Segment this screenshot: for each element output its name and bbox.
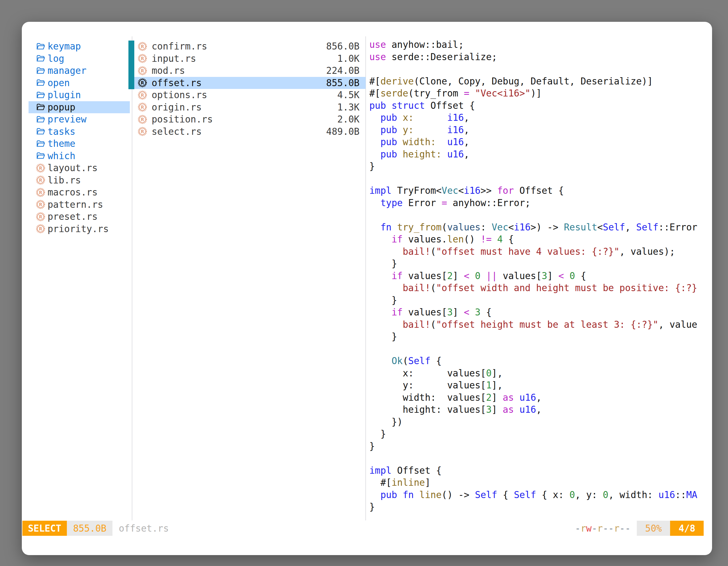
rust-icon: R: [138, 90, 147, 100]
sidebar-item-label: popup: [48, 102, 75, 113]
pane-separator-left: [132, 36, 132, 520]
sidebar-item-tasks[interactable]: tasks: [29, 126, 130, 138]
sidebar-item-lib-rs[interactable]: Rlib.rs: [29, 174, 130, 187]
folder-open-icon: [36, 151, 45, 161]
file-row-position-rs[interactable]: Rposition.rs2.0K: [134, 113, 366, 126]
svg-text:R: R: [39, 202, 42, 207]
sidebar-item-macros-rs[interactable]: Rmacros.rs: [29, 186, 130, 199]
file-size: 856.0B: [326, 41, 360, 52]
rust-icon: R: [36, 175, 45, 185]
sidebar-item-plugin[interactable]: plugin: [29, 89, 130, 101]
rust-icon: R: [138, 127, 147, 136]
code-line: use serde::Deserialize;: [369, 51, 712, 63]
file-row-options-rs[interactable]: Roptions.rs4.5K: [134, 89, 366, 101]
file-row-select-rs[interactable]: Rselect.rs489.0B: [134, 126, 366, 138]
code-line: [369, 209, 712, 221]
current-pane: Rconfirm.rs856.0BRinput.rs1.0KRmod.rs224…: [134, 40, 366, 138]
code-line: }: [369, 330, 712, 343]
rust-icon: R: [36, 224, 45, 234]
code-line: Ok(Self {: [369, 355, 712, 367]
file-row-confirm-rs[interactable]: Rconfirm.rs856.0B: [134, 40, 366, 53]
file-size: 489.0B: [326, 126, 360, 137]
rust-icon: R: [36, 200, 45, 209]
preview-pane: use anyhow::bail;use serde::Deserialize;…: [369, 39, 712, 541]
folder-open-icon: [36, 54, 45, 63]
file-row-offset-rs[interactable]: Roffset.rs855.0B: [134, 77, 366, 89]
folder-open-icon: [36, 127, 45, 136]
rust-icon: R: [138, 78, 147, 88]
code-line: #[inline]: [369, 476, 712, 489]
code-line: pub fn line() -> Self { Self { x: 0, y: …: [369, 489, 712, 501]
sidebar-item-label: tasks: [48, 126, 75, 137]
svg-text:R: R: [141, 81, 144, 86]
sidebar-item-label: open: [48, 78, 70, 88]
status-cursor-position: 4/8: [670, 521, 704, 536]
sidebar-item-keymap[interactable]: keymap: [29, 40, 130, 53]
code-line: }: [369, 428, 712, 440]
file-row-origin-rs[interactable]: Rorigin.rs1.3K: [134, 101, 366, 114]
svg-text:R: R: [141, 68, 144, 73]
code-line: pub height: u16,: [369, 148, 712, 161]
svg-text:R: R: [39, 178, 42, 183]
file-name: input.rs: [152, 53, 196, 64]
file-size: 224.0B: [326, 65, 360, 76]
code-line: [369, 343, 712, 355]
rust-icon: R: [138, 102, 147, 112]
sidebar-item-label: preview: [48, 114, 86, 125]
sidebar-item-pattern-rs[interactable]: Rpattern.rs: [29, 199, 130, 211]
sidebar-item-label: lib.rs: [48, 175, 81, 186]
rust-icon: R: [36, 212, 45, 222]
file-name: mod.rs: [152, 65, 185, 76]
file-size: 1.0K: [337, 53, 360, 64]
sidebar-item-open[interactable]: open: [29, 77, 130, 89]
code-line: y: values[1],: [369, 379, 712, 391]
file-size: 1.3K: [337, 102, 360, 113]
code-line: width: values[2] as u16,: [369, 391, 712, 404]
rust-icon: R: [138, 42, 147, 51]
parent-pane: keymaplogmanageropenpluginpopuppreviewta…: [29, 40, 130, 235]
file-row-mod-rs[interactable]: Rmod.rs224.0B: [134, 65, 366, 77]
code-line: }: [369, 501, 712, 513]
code-line: bail!("offset height must be at least 3:…: [369, 318, 712, 331]
sidebar-item-layout-rs[interactable]: Rlayout.rs: [29, 162, 130, 174]
sidebar-item-label: layout.rs: [48, 163, 98, 173]
rust-icon: R: [36, 188, 45, 197]
status-file-size: 855.0B: [67, 521, 112, 536]
file-name: confirm.rs: [152, 41, 207, 52]
sidebar-item-theme[interactable]: theme: [29, 138, 130, 150]
rust-icon: R: [138, 66, 147, 76]
folder-open-icon: [36, 42, 45, 51]
sidebar-item-label: log: [48, 53, 64, 64]
code-line: bail!("offset width and height must be p…: [369, 282, 712, 294]
status-permissions: -rw-r--r--: [575, 521, 631, 536]
svg-text:R: R: [141, 93, 144, 98]
code-line: }: [369, 440, 712, 452]
code-line: bail!("offset must have 4 values: {:?}",…: [369, 246, 712, 258]
file-name: origin.rs: [152, 102, 202, 113]
sidebar-item-label: which: [48, 151, 75, 161]
code-line: [369, 63, 712, 75]
code-line: [369, 173, 712, 185]
folder-open-icon: [36, 102, 45, 112]
sidebar-item-preset-rs[interactable]: Rpreset.rs: [29, 211, 130, 223]
code-line: height: values[3] as u16,: [369, 403, 712, 416]
code-line: fn try_from(values: Vec<i16>) -> Result<…: [369, 221, 712, 234]
code-line: pub struct Offset {: [369, 100, 712, 112]
status-scroll-percent: 50%: [637, 521, 670, 536]
svg-text:R: R: [39, 214, 42, 219]
sidebar-item-log[interactable]: log: [29, 53, 130, 65]
sidebar-item-priority-rs[interactable]: Rpriority.rs: [29, 223, 130, 235]
sidebar-item-label: macros.rs: [48, 187, 98, 198]
code-line: }: [369, 160, 712, 173]
file-name: position.rs: [152, 114, 213, 125]
rust-icon: R: [36, 163, 45, 173]
sidebar-item-popup[interactable]: popup: [29, 101, 130, 114]
file-row-input-rs[interactable]: Rinput.rs1.0K: [134, 53, 366, 65]
sidebar-item-preview[interactable]: preview: [29, 113, 130, 126]
sidebar-item-manager[interactable]: manager: [29, 65, 130, 77]
yazi-window: keymaplogmanageropenpluginpopuppreviewta…: [22, 22, 712, 555]
file-name: offset.rs: [152, 78, 202, 88]
sidebar-item-label: plugin: [48, 90, 81, 100]
rust-icon: R: [138, 115, 147, 124]
sidebar-item-which[interactable]: which: [29, 150, 130, 162]
